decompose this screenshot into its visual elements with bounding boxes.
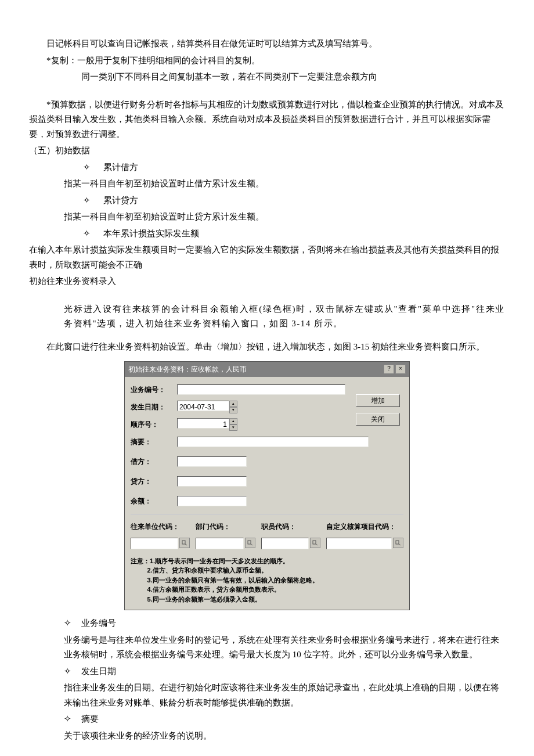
label-balance: 余额： [131,495,177,507]
svg-line-3 [251,544,252,545]
unit-code-input[interactable] [131,538,178,549]
svg-rect-4 [313,541,316,544]
close-icon[interactable]: × [395,365,406,374]
label-debit: 借方： [131,456,177,467]
dept-code-input[interactable] [196,538,243,549]
summary-input[interactable] [177,437,369,447]
emp-code-input[interactable] [261,538,309,549]
balance-input[interactable] [177,496,247,506]
paragraph: 在输入本年累计损益实际发生额项目时一定要输入它的实际发生额数据，否则将来在输出损… [29,243,505,272]
separator [131,514,403,515]
paragraph: 指往来业务发生的日期。在进行初始化时应该将往来业务发生的原始记录查出，在此处填上… [29,681,505,710]
help-icon[interactable]: ? [384,365,394,374]
section-heading: （五）初始数据 [29,143,505,159]
notes-prefix: 注意： [131,557,150,564]
close-button[interactable]: 关闭 [356,413,400,426]
seq-input[interactable]: 1 [177,418,229,429]
dialog-title-text: 初始往来业务资料：应收帐款，人民币 [128,363,247,375]
debit-input[interactable] [177,456,247,467]
note-2: 2.借方、贷方和余额中要求输入原币金额。 [131,566,403,575]
svg-line-7 [399,544,400,545]
label-date: 发生日期： [131,401,177,413]
biz-no-input[interactable] [177,384,345,395]
note-3: 3.同一业务的余额只有第一笔有效，以后输入的余额将忽略。 [131,575,403,585]
label-credit: 贷方： [131,476,177,487]
note-4: 4.借方余额用正数表示，贷方余额用负数表示。 [131,585,403,595]
date-spin-up-icon[interactable]: ▴ [229,401,237,407]
label-unit-code: 往来单位代码： [131,521,190,532]
lookup-icon[interactable] [245,538,255,548]
custom-code-input[interactable] [326,538,392,549]
dialog-initial-business-data: 初始往来业务资料：应收帐款，人民币 ? × 增加 关闭 业务编号： 发生日期： … [124,361,410,610]
paragraph: 光标进入设有往来核算的会计科目余额输入框(绿色框)时，双击鼠标左键或从"查看"菜… [29,302,505,332]
add-button[interactable]: 增加 [356,394,400,407]
paragraph: *预算数据，以便进行财务分析时各指标与其相应的计划数或预算数进行对比，借以检查企… [29,98,505,142]
paragraph: *复制：一般用于复制下挂明细相同的会计科目的复制。 [29,53,505,69]
label-biz-no: 业务编号： [131,384,177,395]
bullet-item: 业务编号 [29,616,505,631]
label-custom-code: 自定义核算项目代码： [326,521,403,532]
lookup-icon[interactable] [179,538,190,548]
note-5: 5.同一业务的余额第一笔必须录入金额。 [131,595,403,604]
date-spin-down-icon[interactable]: ▾ [229,407,237,413]
svg-rect-0 [182,541,185,544]
svg-rect-2 [248,541,251,544]
paragraph: 指某一科目自年初至初始设置时止借方累计发生额。 [29,177,505,192]
label-summary: 摘要： [131,436,177,448]
svg-rect-6 [396,541,399,544]
bullet-item: 本年累计损益实际发生额 [29,226,505,242]
svg-line-5 [316,544,317,545]
seq-spin-down-icon[interactable]: ▾ [229,424,237,431]
bullet-item: 发生日期 [29,664,505,679]
note-1: 1.顺序号表示同一业务在同一天多次发生的顺序。 [150,557,289,564]
dialog-titlebar: 初始往来业务资料：应收帐款，人民币 ? × [125,362,409,377]
lookup-icon[interactable] [393,538,403,548]
seq-spin-up-icon[interactable]: ▴ [229,418,237,424]
paragraph: 在此窗口进行往来业务资料初始设置。单击〈增加〉按钮，进入增加状态，如图 3-15… [29,340,505,355]
bullet-item: 摘要 [29,712,505,727]
paragraph: 业务编号是与往来单位发生业务时的登记号，系统在处理有关往来业务时会根据业务编号来… [29,633,505,663]
bullet-item: 累计贷方 [29,193,505,208]
credit-input[interactable] [177,476,247,487]
notes-block: 注意：1.顺序号表示同一业务在同一天多次发生的顺序。 2.借方、贷方和余额中要求… [131,556,403,604]
label-seq: 顺序号： [131,419,177,430]
label-emp-code: 职员代码： [261,521,320,532]
section-heading: 初始往来业务资料录入 [29,274,505,289]
paragraph: 日记帐科目可以查询日记帐报表，结算类科目在做凭证时可以结算方式及填写结算号。 [29,37,505,52]
lookup-icon[interactable] [310,538,320,548]
label-dept-code: 部门代码： [196,521,255,532]
bullet-item: 累计借方 [29,160,505,175]
svg-line-1 [185,544,187,545]
paragraph: 指某一科目自年初至初始设置时止贷方累计发生额。 [29,210,505,225]
date-input[interactable]: 2004-07-31 [177,401,229,411]
paragraph: 关于该项往来业务的经济业务的说明。 [29,729,505,744]
paragraph: 同一类别下不同科目之间复制基本一致，若在不同类别下一定要注意余额方向 [29,70,505,85]
